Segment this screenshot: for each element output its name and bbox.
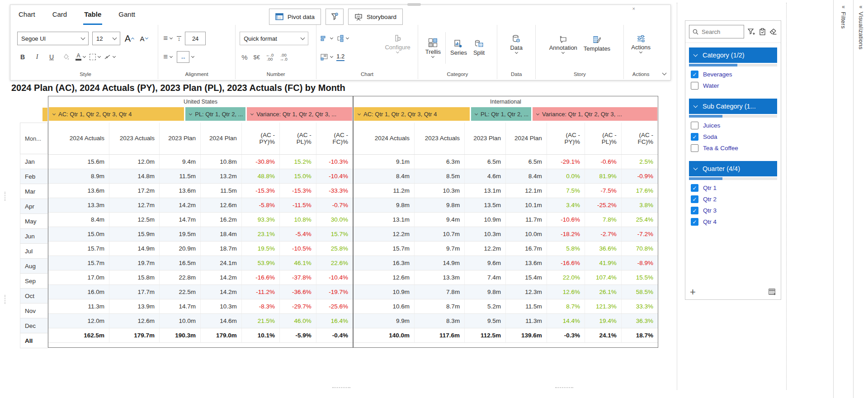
row-header-cell[interactable]: Aug bbox=[20, 259, 48, 274]
column-group-chip[interactable]: AC: Qtr 1, Qtr 2, Qtr 3, Qtr 4 bbox=[354, 107, 470, 121]
slicer-settings-icon[interactable] bbox=[769, 289, 776, 296]
column-group-chip[interactable]: PL: Qtr 1, Qtr 2, ... bbox=[185, 107, 245, 121]
filter-item[interactable]: Juices bbox=[691, 122, 775, 129]
trellis-button[interactable]: Trellis bbox=[422, 29, 444, 67]
column-group-chip[interactable]: Variance: Qtr 1, Qtr 2, Qtr 3, ... bbox=[533, 107, 657, 121]
chart-type-button[interactable] bbox=[321, 33, 333, 44]
resize-handle[interactable] bbox=[5, 192, 5, 201]
templates-button[interactable]: Templates bbox=[580, 25, 613, 63]
ribbon-drag-handle[interactable] bbox=[407, 3, 421, 6]
column-header[interactable]: 2023 Actuals bbox=[109, 123, 160, 154]
column-header[interactable]: (AC - PY)% bbox=[547, 123, 585, 154]
row-header-cell[interactable]: Jul bbox=[20, 244, 48, 259]
checked-checkbox[interactable]: ✓ bbox=[691, 195, 698, 203]
filter-section-header[interactable]: Sub Category (1... bbox=[689, 99, 777, 114]
paste-icon[interactable] bbox=[759, 28, 766, 35]
row-header-cell[interactable]: Jan bbox=[20, 154, 48, 169]
row-header-cell[interactable]: Sep bbox=[20, 274, 48, 289]
row-header-cell[interactable]: Oct bbox=[20, 289, 48, 303]
borders-button[interactable] bbox=[90, 51, 100, 63]
column-width-button[interactable]: ↔ bbox=[177, 51, 194, 63]
expand-visualizations-icon[interactable]: « bbox=[859, 4, 863, 10]
filter-button[interactable] bbox=[326, 9, 344, 25]
row-header-cell[interactable]: Nov bbox=[20, 303, 48, 318]
tab-gantt[interactable]: Gantt bbox=[118, 9, 136, 25]
column-group-chip[interactable]: PL: Qtr 1, Qtr 2, ... bbox=[471, 107, 531, 121]
pivot-data-button[interactable]: Pivot data bbox=[269, 9, 321, 25]
font-name-select[interactable]: Segoe UI bbox=[17, 32, 89, 45]
column-header[interactable]: (AC - PY)% bbox=[241, 123, 279, 154]
filter-item[interactable]: ✓ Qtr 4 bbox=[691, 218, 775, 226]
filter-item[interactable]: ✓ Soda bbox=[691, 133, 775, 141]
filter-item[interactable]: Water bbox=[691, 82, 775, 90]
row-header-cell[interactable]: Apr bbox=[20, 199, 48, 214]
ribbon-close-icon[interactable]: × bbox=[632, 6, 635, 11]
row-header-cell[interactable]: May bbox=[20, 214, 48, 229]
font-color-button[interactable]: A bbox=[75, 51, 86, 63]
column-header[interactable]: 2023 Plan bbox=[465, 123, 506, 154]
collapsed-chip[interactable] bbox=[42, 108, 47, 121]
row-height-input[interactable] bbox=[185, 32, 206, 45]
filter-item[interactable]: ✓ Beverages bbox=[691, 71, 775, 78]
filter-section-header[interactable]: Category (1/2) bbox=[689, 47, 777, 63]
table-visual[interactable]: Mon... JanFebMarAprMayJunJulAugSepOctNov… bbox=[20, 96, 658, 348]
layout-button[interactable] bbox=[321, 51, 333, 63]
currency-format-button[interactable]: $€ bbox=[254, 54, 260, 61]
month-column-header[interactable]: Mon... bbox=[20, 123, 48, 154]
column-group-chip[interactable]: Variance: Qtr 1, Qtr 2, Qtr 3, ... bbox=[247, 107, 352, 121]
vertical-align-button[interactable]: ≡ bbox=[162, 33, 173, 44]
tab-table[interactable]: Table bbox=[83, 9, 102, 25]
row-header-cell[interactable]: Jun bbox=[20, 229, 48, 244]
column-header[interactable]: (AC - PL)% bbox=[585, 123, 621, 154]
column-group-chip[interactable]: AC: Qtr 1, Qtr 2, Qtr 3, Qtr 4 bbox=[49, 107, 184, 121]
column-header[interactable]: 2024 Plan bbox=[200, 123, 241, 154]
filter-item[interactable]: ✓ Qtr 3 bbox=[691, 207, 775, 214]
unchecked-checkbox[interactable] bbox=[691, 122, 698, 129]
filter-item[interactable]: Tea & Coffee bbox=[691, 144, 775, 152]
checked-checkbox[interactable]: ✓ bbox=[691, 184, 698, 192]
data-button[interactable]: Data bbox=[507, 25, 525, 63]
collapse-ribbon-icon[interactable] bbox=[662, 71, 667, 76]
search-box[interactable] bbox=[689, 25, 744, 38]
storyboard-button[interactable]: Storyboard bbox=[348, 9, 403, 25]
row-header-cell[interactable]: Feb bbox=[20, 169, 48, 184]
percent-format-button[interactable]: % bbox=[241, 53, 247, 61]
column-header[interactable]: 2024 Actuals bbox=[48, 123, 109, 154]
checked-checkbox[interactable]: ✓ bbox=[691, 207, 698, 214]
search-input[interactable] bbox=[702, 28, 733, 35]
strikethrough-button[interactable] bbox=[104, 51, 115, 63]
row-header-cell[interactable]: All bbox=[20, 333, 48, 348]
tab-card[interactable]: Card bbox=[52, 9, 68, 25]
checked-checkbox[interactable]: ✓ bbox=[691, 218, 698, 226]
split-button[interactable]: Split bbox=[470, 29, 488, 67]
resize-handle[interactable] bbox=[5, 295, 5, 304]
scale-factor-button[interactable]: 1.2 bbox=[336, 53, 344, 61]
shrink-font-button[interactable]: A bbox=[138, 33, 149, 44]
hierarchy-layout-button[interactable] bbox=[336, 33, 349, 44]
decrease-decimals-button[interactable]: ←.0.00 bbox=[266, 53, 274, 61]
column-header[interactable]: 2024 Actuals bbox=[354, 123, 415, 154]
add-section-icon[interactable]: + bbox=[690, 289, 696, 296]
unchecked-checkbox[interactable] bbox=[691, 82, 698, 90]
column-header[interactable]: 2024 Plan bbox=[505, 123, 547, 154]
bold-button[interactable]: B bbox=[17, 51, 28, 63]
tab-chart[interactable]: Chart bbox=[18, 9, 36, 25]
filter-item[interactable]: ✓ Qtr 1 bbox=[691, 184, 775, 192]
checked-checkbox[interactable]: ✓ bbox=[691, 133, 698, 141]
filters-pane-strip[interactable]: « Filters bbox=[833, 0, 853, 398]
column-header[interactable]: (AC - PL)% bbox=[279, 123, 316, 154]
annotation-button[interactable]: Annotation bbox=[546, 25, 580, 63]
row-header-cell[interactable]: Mar bbox=[20, 184, 48, 199]
column-header[interactable]: 2023 Plan bbox=[160, 123, 201, 154]
horizontal-align-button[interactable]: ≡ bbox=[162, 51, 173, 63]
underline-button[interactable]: U bbox=[46, 51, 57, 63]
filter-section-header[interactable]: Quarter (4/4) bbox=[689, 161, 777, 176]
expand-filters-icon[interactable]: « bbox=[842, 4, 845, 10]
eraser-icon[interactable] bbox=[769, 28, 777, 35]
column-header[interactable]: 2023 Actuals bbox=[415, 123, 465, 154]
checked-checkbox[interactable]: ✓ bbox=[691, 71, 698, 78]
filter-item[interactable]: ✓ Qtr 2 bbox=[691, 195, 775, 203]
column-header[interactable]: (AC - FC)% bbox=[316, 123, 353, 154]
column-header[interactable]: (AC - FC)% bbox=[621, 123, 658, 154]
actions-button[interactable]: Actions bbox=[628, 25, 654, 63]
